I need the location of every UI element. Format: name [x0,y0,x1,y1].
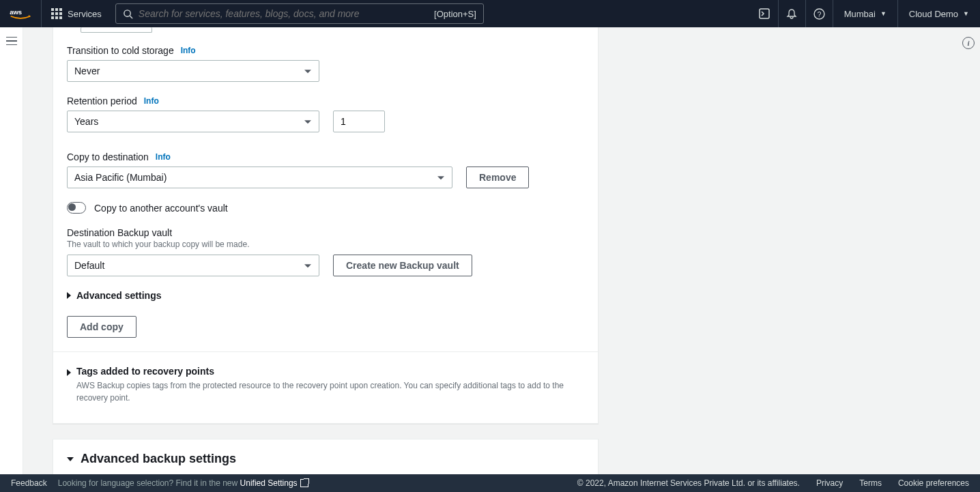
privacy-link[interactable]: Privacy [816,478,843,488]
svg-text:?: ? [817,10,821,18]
advanced-settings-label: Advanced settings [76,290,161,301]
cookie-prefs-link[interactable]: Cookie preferences [898,478,969,488]
terms-link[interactable]: Terms [859,478,882,488]
chevron-down-icon: ▼ [880,10,887,17]
retention-field: Retention period Info Years [67,96,584,132]
create-vault-button[interactable]: Create new Backup vault [333,255,472,276]
cold-storage-label: Transition to cold storage [67,45,174,56]
retention-value-input[interactable] [333,111,385,132]
advanced-backup-header[interactable]: Advanced backup settings [53,439,598,474]
services-button[interactable]: Services [42,0,111,27]
menu-toggle-icon[interactable] [6,37,17,45]
info-link[interactable]: Info [144,96,159,106]
destination-vault-field: Destination Backup vault The vault to wh… [67,227,584,276]
feedback-link[interactable]: Feedback [11,478,47,488]
svg-point-1 [124,10,130,16]
search-box[interactable]: [Option+S] [115,3,484,24]
help-icon[interactable]: ? [805,0,833,27]
search-icon [123,9,133,19]
search-input[interactable] [139,8,434,19]
search-shortcut: [Option+S] [434,9,476,19]
region-selector[interactable]: Mumbai ▼ [833,0,897,27]
copyright-text: © 2022, Amazon Internet Services Private… [577,478,800,488]
left-rail [0,27,23,474]
account-label: Cloud Demo [909,9,958,19]
aws-logo[interactable]: aws [0,0,42,27]
grid-icon [51,8,62,19]
tags-section: Tags added to recovery points AWS Backup… [53,352,598,423]
main-content: Transition to cold storage Info Never Re… [23,27,957,474]
destination-vault-helper: The vault to which your backup copy will… [67,240,584,249]
right-rail: i [957,27,980,474]
advanced-backup-panel: Advanced backup settings Application-con… [53,439,599,474]
info-link[interactable]: Info [156,152,171,162]
remove-copy-button[interactable]: Remove [466,167,529,188]
caret-down-icon [67,457,74,461]
chevron-down-icon: ▼ [963,10,969,17]
retention-label: Retention period [67,96,137,106]
caret-right-icon [67,369,71,376]
top-navbar: aws Services [Option+S] ? Mumbai ▼ Cloud… [0,0,980,27]
unified-settings-link[interactable]: Unified Settings [240,478,308,488]
copy-destination-select[interactable]: Asia Pacific (Mumbai) [67,167,452,188]
cold-storage-select[interactable]: Never [67,60,319,82]
backup-config-panel: Transition to cold storage Info Never Re… [53,27,599,424]
help-panel-toggle-icon[interactable]: i [962,37,975,49]
cold-storage-field: Transition to cold storage Info Never [67,45,584,82]
tags-title: Tags added to recovery points [76,366,581,377]
tags-description: AWS Backup copies tags from the protecte… [76,379,581,404]
copy-destination-field: Copy to destination Info Asia Pacific (M… [67,151,584,188]
account-menu[interactable]: Cloud Demo ▼ [897,0,980,27]
cloudshell-icon[interactable] [751,0,778,27]
svg-text:aws: aws [10,8,22,15]
svg-line-2 [130,16,132,18]
language-hint: Looking for language selection? Find it … [58,478,308,488]
retention-unit-select[interactable]: Years [67,111,319,132]
copy-another-account-row: Copy to another account's vault [67,202,584,214]
destination-vault-select[interactable]: Default [67,255,319,276]
external-link-icon [300,479,308,487]
copy-another-account-label: Copy to another account's vault [94,203,228,214]
destination-vault-label: Destination Backup vault [67,227,584,238]
advanced-settings-expander[interactable]: Advanced settings [67,290,584,301]
tags-expander[interactable]: Tags added to recovery points AWS Backup… [67,366,584,409]
region-label: Mumbai [844,9,876,19]
notifications-icon[interactable] [778,0,805,27]
caret-right-icon [67,292,71,299]
advanced-backup-title: Advanced backup settings [81,452,236,466]
info-link[interactable]: Info [181,46,196,55]
footer: Feedback Looking for language selection?… [0,474,980,492]
add-copy-button[interactable]: Add copy [67,316,136,338]
copy-another-account-toggle[interactable] [67,202,86,214]
copy-destination-label: Copy to destination [67,151,149,162]
services-label: Services [68,9,102,19]
